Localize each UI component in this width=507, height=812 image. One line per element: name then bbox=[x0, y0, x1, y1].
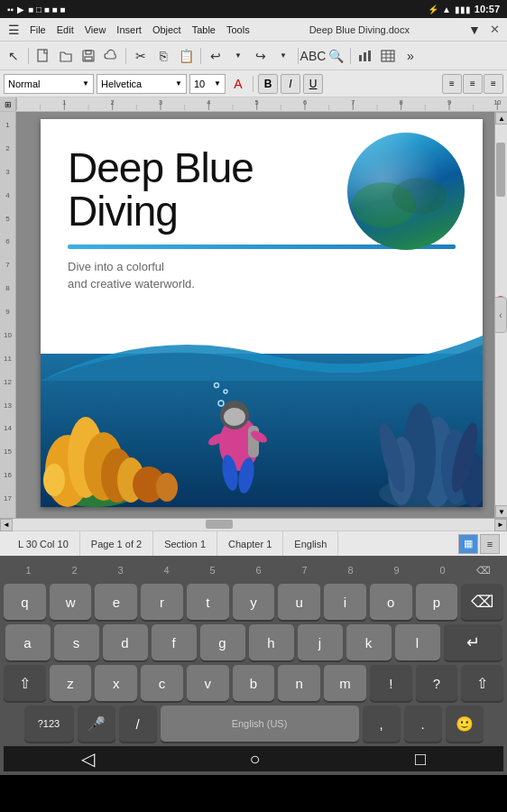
cursor-tool[interactable]: ↖ bbox=[4, 46, 23, 66]
key-exclaim[interactable]: ! bbox=[370, 665, 412, 701]
redo-icon[interactable]: ↪ bbox=[251, 46, 271, 66]
key-c[interactable]: c bbox=[141, 665, 183, 701]
scroll-up-button[interactable]: ▲ bbox=[495, 112, 507, 125]
menu-view[interactable]: View bbox=[80, 23, 111, 37]
key-123[interactable]: ?123 bbox=[24, 706, 74, 742]
key-i[interactable]: i bbox=[324, 584, 366, 620]
open-doc-icon[interactable] bbox=[56, 46, 76, 66]
h-scroll-track[interactable] bbox=[13, 519, 494, 531]
bold-button[interactable]: B bbox=[258, 74, 278, 94]
font-dropdown[interactable]: Helvetica ▼ bbox=[97, 74, 187, 94]
menu-tools[interactable]: Tools bbox=[222, 23, 254, 37]
menu-table[interactable]: Table bbox=[188, 23, 220, 37]
ruler-corner[interactable]: ⊞ bbox=[0, 97, 16, 112]
key-b[interactable]: b bbox=[233, 665, 275, 701]
close-button[interactable]: ✕ bbox=[486, 23, 503, 36]
cloud-icon[interactable] bbox=[101, 46, 121, 66]
key-z[interactable]: z bbox=[50, 665, 92, 701]
key-h[interactable]: h bbox=[249, 624, 294, 660]
view-normal-button[interactable]: ▦ bbox=[458, 534, 478, 554]
paste-icon[interactable]: 📋 bbox=[176, 46, 196, 66]
key-y[interactable]: y bbox=[233, 584, 275, 620]
scroll-down-button[interactable]: ▼ bbox=[495, 505, 507, 518]
font-color-button[interactable]: A bbox=[228, 74, 248, 94]
align-left-button[interactable]: ≡ bbox=[442, 74, 462, 94]
cut-icon[interactable]: ✂ bbox=[131, 46, 151, 66]
svg-text:6: 6 bbox=[303, 98, 307, 106]
key-j[interactable]: j bbox=[298, 624, 343, 660]
save-icon[interactable] bbox=[78, 46, 98, 66]
nav-back-button[interactable]: ◁ bbox=[63, 748, 113, 770]
horizontal-scrollbar[interactable]: ◄ ► bbox=[0, 518, 507, 531]
app-menu-icon[interactable]: ☰ bbox=[4, 20, 23, 40]
key-emoji[interactable]: 🙂 bbox=[446, 706, 484, 742]
scroll-right-button[interactable]: ► bbox=[494, 519, 507, 531]
key-o[interactable]: o bbox=[370, 584, 412, 620]
key-r[interactable]: r bbox=[141, 584, 183, 620]
spellcheck-icon[interactable]: ABC bbox=[303, 46, 323, 66]
key-question[interactable]: ? bbox=[416, 665, 458, 701]
menu-insert[interactable]: Insert bbox=[112, 23, 146, 37]
panel-toggle-button[interactable]: ‹ bbox=[494, 297, 507, 333]
menu-file[interactable]: File bbox=[25, 23, 51, 37]
svg-rect-6 bbox=[368, 51, 371, 61]
key-e[interactable]: e bbox=[95, 584, 137, 620]
chart-icon[interactable] bbox=[355, 46, 375, 66]
scroll-thumb[interactable] bbox=[496, 143, 505, 197]
italic-button[interactable]: I bbox=[281, 74, 300, 94]
chapter-info: Chapter 1 bbox=[217, 531, 283, 556]
underline-button[interactable]: U bbox=[303, 74, 323, 94]
view-list-button[interactable]: ≡ bbox=[480, 534, 500, 554]
undo-icon[interactable]: ↩ bbox=[206, 46, 226, 66]
nav-recents-button[interactable]: □ bbox=[397, 749, 444, 770]
h-scroll-thumb[interactable] bbox=[206, 520, 233, 529]
key-shift-right[interactable]: ⇧ bbox=[461, 665, 503, 701]
key-s[interactable]: s bbox=[54, 624, 99, 660]
new-doc-icon[interactable] bbox=[33, 46, 53, 66]
table-icon[interactable] bbox=[378, 46, 398, 66]
key-n[interactable]: n bbox=[278, 665, 320, 701]
svg-point-54 bbox=[43, 464, 65, 496]
key-enter[interactable]: ↵ bbox=[444, 624, 502, 660]
doc-dropdown-icon[interactable]: ▼ bbox=[465, 20, 484, 40]
undo-dropdown[interactable]: ▼ bbox=[228, 46, 248, 66]
key-shift-left[interactable]: ⇧ bbox=[4, 665, 46, 701]
key-l[interactable]: l bbox=[395, 624, 440, 660]
menu-object[interactable]: Object bbox=[148, 23, 186, 37]
align-right-button[interactable]: ≡ bbox=[484, 74, 503, 94]
svg-rect-12 bbox=[16, 97, 507, 111]
key-backspace[interactable]: ⌫ bbox=[461, 584, 503, 620]
menu-edit[interactable]: Edit bbox=[52, 23, 78, 37]
nav-home-button[interactable]: ○ bbox=[231, 749, 278, 770]
align-center-button[interactable]: ≡ bbox=[463, 74, 483, 94]
key-a[interactable]: a bbox=[5, 624, 51, 660]
key-w[interactable]: w bbox=[50, 584, 92, 620]
style-dropdown[interactable]: Normal ▼ bbox=[4, 74, 94, 94]
key-k[interactable]: k bbox=[346, 624, 392, 660]
font-value: Helvetica bbox=[101, 78, 142, 89]
key-g[interactable]: g bbox=[200, 624, 245, 660]
key-q[interactable]: q bbox=[4, 584, 46, 620]
size-dropdown[interactable]: 10 ▼ bbox=[189, 74, 226, 94]
key-space[interactable]: English (US) bbox=[161, 706, 359, 742]
key-d[interactable]: d bbox=[103, 624, 148, 660]
key-p[interactable]: p bbox=[416, 584, 458, 620]
key-t[interactable]: t bbox=[187, 584, 229, 620]
doc-title: Deep Blue Diving.docx bbox=[256, 24, 463, 35]
key-slash[interactable]: / bbox=[119, 706, 157, 742]
key-comma[interactable]: , bbox=[363, 706, 401, 742]
key-mic[interactable]: 🎤 bbox=[78, 706, 115, 742]
key-m[interactable]: m bbox=[324, 665, 366, 701]
key-v[interactable]: v bbox=[187, 665, 229, 701]
scroll-left-button[interactable]: ◄ bbox=[0, 519, 13, 531]
more-icon[interactable]: » bbox=[401, 46, 420, 66]
key-x[interactable]: x bbox=[95, 665, 137, 701]
redo-dropdown[interactable]: ▼ bbox=[273, 46, 293, 66]
find-icon[interactable]: 🔍 bbox=[326, 46, 346, 66]
cursor-position: L 30 Col 10 bbox=[7, 531, 80, 556]
key-f[interactable]: f bbox=[152, 624, 197, 660]
copy-icon[interactable]: ⎘ bbox=[153, 46, 173, 66]
key-u[interactable]: u bbox=[278, 584, 320, 620]
key-period[interactable]: . bbox=[404, 706, 442, 742]
doc-scroll[interactable]: Deep Blue Diving Dive into a colorful an… bbox=[16, 112, 507, 518]
